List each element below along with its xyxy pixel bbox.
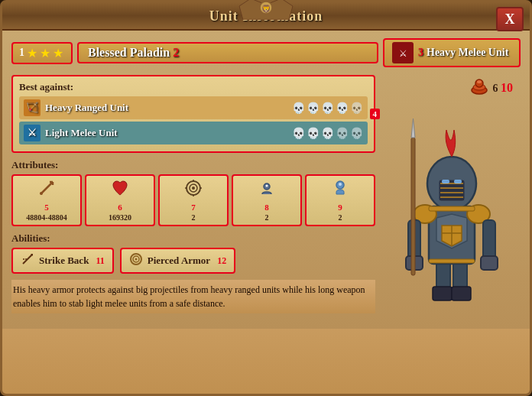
best-against-section: Best against: 🏹 Heavy Ranged Unit 💀 💀 💀 …	[11, 75, 375, 153]
svg-text:⚔: ⚔	[399, 48, 407, 59]
ability-boxes-container: Strike Back 11 Pierced A	[11, 248, 375, 274]
troops-icon	[469, 75, 490, 101]
emblem-decoration: 🦁	[235, 0, 297, 23]
svg-point-24	[135, 258, 137, 261]
svg-point-16	[266, 185, 268, 187]
ability-pierced-armor: Pierced Armor 12	[120, 248, 235, 274]
attr-box-attack: 5 48804-48804	[11, 174, 82, 226]
skull-m3: 💀	[321, 127, 334, 140]
strike-back-name: Strike Back	[39, 255, 89, 267]
attributes-label: Attributes:	[11, 159, 375, 171]
svg-point-10	[192, 187, 195, 190]
best-against-label: Best against:	[19, 81, 368, 93]
unit-type-badge: ⚔ 3Heavy Melee Unit	[383, 38, 521, 67]
attr-num-5: 5	[44, 203, 49, 212]
skull-m2: 💀	[307, 127, 320, 140]
star-1: ★	[27, 46, 37, 60]
unit-type-icon: ⚔	[392, 42, 414, 63]
enemy-ranged-name: 🏹 Heavy Ranged Unit	[24, 99, 128, 116]
right-panel: 6 10	[383, 75, 521, 321]
skull-2: 💀	[307, 102, 320, 115]
svg-rect-31	[433, 287, 452, 300]
svg-rect-47	[454, 180, 462, 183]
section-num-4: 4	[370, 109, 381, 119]
attack-icon	[37, 179, 56, 201]
level-number: 1	[19, 47, 24, 59]
attr-box-speed: 8 2	[232, 174, 302, 226]
hp-icon	[111, 179, 129, 201]
attr-val-hp: 169320	[109, 213, 131, 222]
left-panel: Best against: 🏹 Heavy Ranged Unit 💀 💀 💀 …	[11, 75, 375, 321]
unit-name: Blessed Paladin2	[88, 46, 179, 59]
attribute-boxes: 5 48804-48804 6 169320	[11, 174, 375, 226]
unit-type-label: 3Heavy Melee Unit	[418, 47, 508, 59]
unit-description: His heavy armor protects against big pro…	[11, 280, 375, 313]
attr-num-7: 7	[191, 203, 196, 212]
attr-val-attack: 48804-48804	[26, 213, 66, 222]
skull-m5: 💀	[350, 127, 363, 140]
attr-val-5th: 2	[339, 213, 342, 222]
attr-num-8: 8	[264, 203, 269, 212]
troops-badge: 6 10	[383, 75, 521, 101]
pierced-armor-icon	[129, 252, 143, 269]
pierced-armor-name: Pierced Armor	[148, 255, 210, 267]
level-badge: 1 ★ ★ ★	[11, 42, 73, 64]
attr-num-9: 9	[338, 203, 342, 212]
troops-count: 6 10	[493, 81, 514, 95]
svg-point-7	[40, 192, 43, 195]
main-layout: Best against: 🏹 Heavy Ranged Unit 💀 💀 💀 …	[11, 75, 521, 321]
svg-marker-51	[411, 118, 415, 138]
pierced-armor-num: 12	[217, 255, 226, 267]
attr-num-6: 6	[118, 203, 122, 212]
skull-5: 💀	[350, 102, 363, 115]
svg-text:🦁: 🦁	[261, 4, 271, 14]
unit-sprite	[391, 107, 513, 321]
star-3: ★	[53, 46, 63, 60]
close-button[interactable]: X	[496, 7, 524, 31]
attr-box-range: 7 2	[158, 174, 229, 226]
title-bar: 🦁 Unit Information X	[2, 2, 530, 31]
skull-3: 💀	[321, 102, 334, 115]
ranged-skulls: 💀 💀 💀 💀 💀	[292, 102, 363, 115]
range-icon	[184, 179, 203, 201]
skull-m1: 💀	[292, 127, 305, 140]
attr-box-hp: 6 169320	[85, 174, 155, 226]
skull-4: 💀	[336, 102, 349, 115]
svg-rect-53	[429, 259, 475, 263]
attr-box-5th: 9 2	[305, 174, 375, 226]
abilities-section: Abilities: Strike Back 11	[11, 232, 375, 274]
strike-back-icon	[21, 252, 34, 269]
melee-skulls: 💀 💀 💀 💀 💀	[292, 127, 363, 140]
star-2: ★	[40, 46, 50, 60]
fifth-attr-icon	[331, 179, 349, 201]
svg-rect-50	[411, 138, 415, 275]
speed-icon	[258, 179, 276, 201]
attributes-section: Attributes: 5	[11, 159, 375, 226]
svg-rect-46	[442, 180, 449, 183]
skull-m4: 💀	[336, 127, 349, 140]
attr-val-speed: 2	[265, 213, 269, 222]
svg-rect-52	[429, 206, 475, 211]
content-area: 1 ★ ★ ★ Blessed Paladin2 ⚔ 3Heavy Me	[2, 31, 530, 329]
attr-val-range: 2	[192, 213, 196, 222]
enemy-melee-name: ⚔ Light Melee Unit	[24, 125, 118, 141]
top-bar: 1 ★ ★ ★ Blessed Paladin2 ⚔ 3Heavy Me	[11, 38, 521, 67]
abilities-label: Abilities:	[11, 232, 375, 245]
strike-back-num: 11	[96, 255, 104, 267]
unit-name-badge: Blessed Paladin2	[77, 42, 378, 63]
melee-icon: ⚔	[24, 125, 41, 141]
ability-strike-back: Strike Back 11	[11, 248, 114, 274]
ranged-icon: 🏹	[24, 99, 41, 116]
skull-1: 💀	[292, 102, 305, 115]
svg-rect-39	[481, 256, 498, 270]
enemy-row-melee: ⚔ Light Melee Unit 💀 💀 💀 💀 💀	[19, 122, 368, 144]
svg-rect-32	[452, 287, 471, 300]
svg-point-18	[339, 183, 342, 186]
enemy-row-ranged: 🏹 Heavy Ranged Unit 💀 💀 💀 💀 💀	[19, 96, 368, 119]
unit-info-window: 🦁 Unit Information X 1 ★ ★ ★ Blessed Pal…	[0, 0, 532, 396]
svg-point-28	[477, 80, 482, 83]
